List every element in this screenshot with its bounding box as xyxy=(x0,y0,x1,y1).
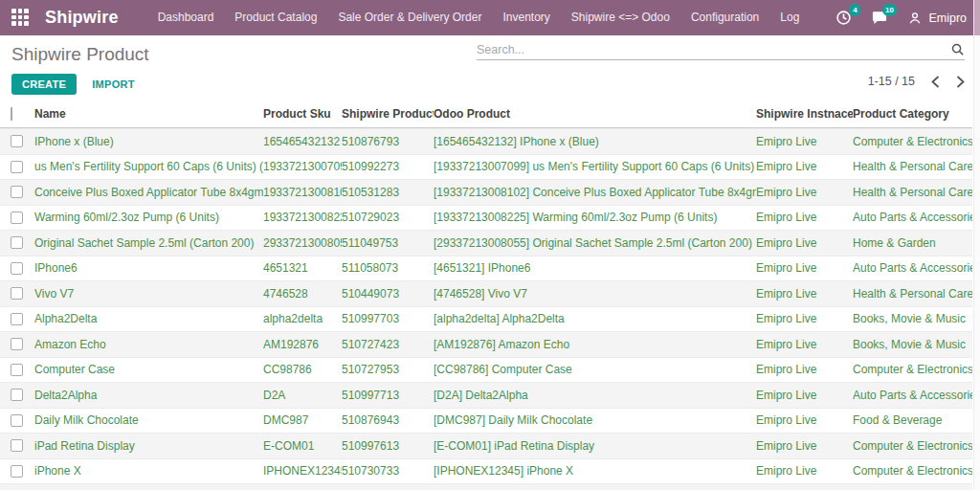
cell-shipwire-id[interactable]: 510992273 xyxy=(342,160,434,173)
cell-sku[interactable]: IPHONEX12345 xyxy=(263,464,342,478)
cell-category[interactable]: Books, Movie & Music xyxy=(853,338,972,351)
table-row[interactable]: us Men's Fertility Support 60 Caps (6 Un… xyxy=(0,154,972,180)
cell-shipwire-id[interactable]: 510727953 xyxy=(342,363,434,376)
cell-odoo-product[interactable]: [IPHONEX12345] iPhone X xyxy=(434,464,756,478)
cell-category[interactable]: Computer & Electronics xyxy=(853,439,972,453)
row-checkbox[interactable] xyxy=(11,287,23,300)
column-header-sku[interactable]: Product Sku xyxy=(263,107,342,121)
cell-sku[interactable]: E-COM01 xyxy=(263,439,342,453)
cell-shipwire-id[interactable]: 510876943 xyxy=(342,413,434,427)
cell-shipwire-id[interactable]: 510997613 xyxy=(342,439,434,453)
cell-name[interactable]: Computer Case xyxy=(34,363,263,376)
cell-shipwire-id[interactable]: 511049753 xyxy=(342,236,434,250)
cell-name[interactable]: Delta2Alpha xyxy=(34,389,263,402)
cell-odoo-product[interactable]: [alpha2delta] Alpha2Delta xyxy=(434,312,756,325)
column-header-category[interactable]: Product Category xyxy=(853,107,972,121)
scrollbar[interactable] xyxy=(973,0,980,490)
cell-sku[interactable]: 19337213007099 xyxy=(263,160,342,173)
cell-odoo-product[interactable]: [19337213008102] Conceive Plus Boxed App… xyxy=(434,186,756,199)
column-header-shipid[interactable]: Shipwire Product ID xyxy=(342,107,434,121)
row-checkbox[interactable] xyxy=(11,236,23,249)
cell-shipwire-id[interactable]: 510531283 xyxy=(342,186,434,199)
cell-odoo-product[interactable]: [CC98786] Computer Case xyxy=(434,363,756,376)
cell-shipwire-id[interactable]: 510727423 xyxy=(342,338,434,351)
pager-value[interactable]: 1-15 / 15 xyxy=(868,75,915,88)
table-row-partial[interactable] xyxy=(0,483,972,490)
cell-name[interactable]: Daily Milk Chocolate xyxy=(34,413,263,427)
nav-item-7[interactable]: Log xyxy=(769,0,810,35)
cell-category[interactable]: Health & Personal Care xyxy=(853,287,972,301)
cell-name[interactable]: Alpha2Delta xyxy=(34,312,263,325)
cell-name[interactable]: Conceive Plus Boxed Applicator Tube 8x4g… xyxy=(34,186,263,199)
nav-item-1[interactable]: Dashboard xyxy=(147,0,225,35)
cell-odoo-product[interactable]: [E-COM01] iPad Retina Display xyxy=(434,439,756,453)
cell-category[interactable]: Auto Parts & Accessories xyxy=(853,261,972,275)
table-row[interactable]: IPhone x (Blue)165465432132510876793[165… xyxy=(0,128,972,154)
cell-category[interactable]: Auto Parts & Accessories xyxy=(853,211,972,224)
column-header-name[interactable]: Name xyxy=(34,107,263,121)
activities-menu[interactable]: 4 xyxy=(835,10,852,26)
cell-sku[interactable]: 19337213008225 xyxy=(263,211,342,224)
cell-odoo-product[interactable]: [AM192876] Amazon Echo xyxy=(434,338,756,351)
create-button[interactable]: CREATE xyxy=(11,74,77,95)
row-checkbox[interactable] xyxy=(11,212,23,224)
cell-name[interactable]: Vivo V7 xyxy=(34,287,263,301)
nav-item-3[interactable]: Sale Order & Delivery Order xyxy=(327,0,492,35)
cell-instance[interactable]: Emipro Live xyxy=(756,464,853,478)
cell-instance[interactable]: Emipro Live xyxy=(756,312,853,325)
messages-menu[interactable]: 10 xyxy=(871,10,888,26)
cell-instance[interactable]: Emipro Live xyxy=(756,160,853,173)
row-checkbox[interactable] xyxy=(11,313,23,325)
cell-name[interactable]: iPhone X xyxy=(34,464,263,478)
search-input[interactable] xyxy=(477,43,950,56)
row-checkbox[interactable] xyxy=(11,414,23,427)
row-checkbox[interactable] xyxy=(11,135,23,147)
cell-odoo-product[interactable]: [29337213008055] Original Sachet Sample … xyxy=(434,236,756,250)
cell-name[interactable]: IPhone6 xyxy=(34,261,263,275)
cell-odoo-product[interactable]: [165465432132] IPhone x (Blue) xyxy=(434,135,756,148)
nav-item-5[interactable]: Shipwire <=> Odoo xyxy=(561,0,680,35)
nav-item-4[interactable]: Inventory xyxy=(492,0,560,35)
cell-name[interactable]: IPhone x (Blue) xyxy=(34,135,263,148)
table-row[interactable]: Warming 60ml/2.3oz Pump (6 Units)1933721… xyxy=(0,205,972,231)
import-button[interactable]: IMPORT xyxy=(92,78,135,90)
cell-instance[interactable]: Emipro Live xyxy=(756,211,853,224)
cell-instance[interactable]: Emipro Live xyxy=(756,261,853,275)
cell-sku[interactable]: 4651321 xyxy=(263,261,342,275)
cell-category[interactable]: Health & Personal Care xyxy=(853,186,972,199)
cell-category[interactable]: Computer & Electronics xyxy=(853,135,972,148)
row-checkbox[interactable] xyxy=(11,161,23,173)
cell-instance[interactable]: Emipro Live xyxy=(756,236,853,250)
cell-name[interactable]: Amazon Echo xyxy=(34,338,263,351)
cell-name[interactable]: Warming 60ml/2.3oz Pump (6 Units) xyxy=(34,211,263,224)
cell-category[interactable]: Books, Movie & Music xyxy=(853,312,972,325)
cell-category[interactable]: Food & Beverage xyxy=(853,413,972,427)
table-row[interactable]: IPhone64651321511058073[4651321] IPhone6… xyxy=(0,256,972,281)
row-checkbox[interactable] xyxy=(11,389,23,401)
column-header-instance[interactable]: Shipwire Instnace xyxy=(756,107,853,121)
table-row[interactable]: Computer CaseCC98786510727953[CC98786] C… xyxy=(0,357,972,383)
table-row[interactable]: iPad Retina DisplayE-COM01510997613[E-CO… xyxy=(0,433,972,458)
cell-category[interactable]: Health & Personal Care xyxy=(853,160,972,173)
cell-instance[interactable]: Emipro Live xyxy=(756,363,853,376)
table-row[interactable]: Vivo V74746528510449073[4746528] Vivo V7… xyxy=(0,280,972,306)
select-all-checkbox[interactable] xyxy=(11,107,12,121)
cell-name[interactable]: us Men's Fertility Support 60 Caps (6 Un… xyxy=(34,160,263,173)
row-checkbox[interactable] xyxy=(11,262,23,275)
cell-name[interactable]: iPad Retina Display xyxy=(34,439,263,453)
cell-shipwire-id[interactable]: 511058073 xyxy=(342,261,434,275)
cell-odoo-product[interactable]: [4746528] Vivo V7 xyxy=(434,287,756,301)
table-row[interactable]: Daily Milk ChocolateDMC987510876943[DMC9… xyxy=(0,408,972,434)
column-header-odoo[interactable]: Odoo Product xyxy=(434,107,756,121)
cell-odoo-product[interactable]: [19337213007099] us Men's Fertility Supp… xyxy=(434,160,756,173)
user-menu[interactable]: Emipro xyxy=(907,11,967,26)
pager-next-button[interactable] xyxy=(956,76,965,88)
cell-instance[interactable]: Emipro Live xyxy=(756,287,853,301)
cell-sku[interactable]: CC98786 xyxy=(263,363,342,376)
nav-item-6[interactable]: Configuration xyxy=(680,0,769,35)
table-row[interactable]: iPhone XIPHONEX12345510730733[IPHONEX123… xyxy=(0,458,972,484)
cell-shipwire-id[interactable]: 510997703 xyxy=(342,312,434,325)
row-checkbox[interactable] xyxy=(11,364,23,376)
pager-previous-button[interactable] xyxy=(931,76,940,88)
cell-odoo-product[interactable]: [19337213008225] Warming 60ml/2.3oz Pump… xyxy=(434,211,756,224)
